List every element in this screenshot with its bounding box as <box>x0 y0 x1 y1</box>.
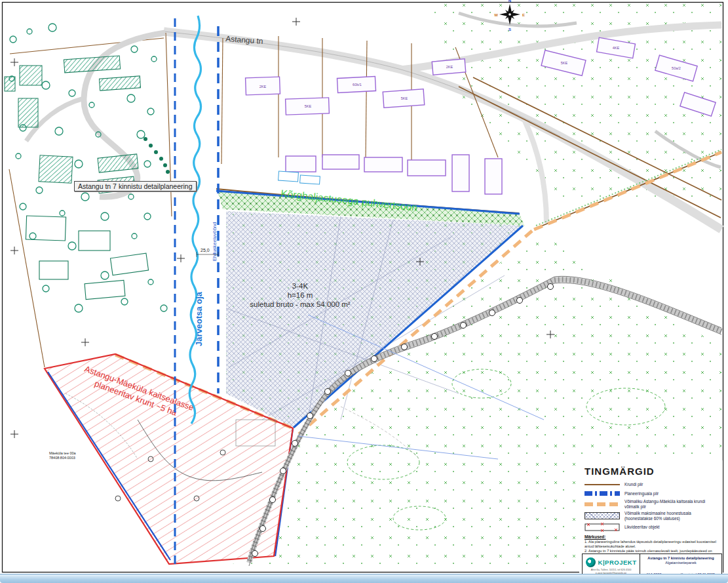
company-name: K|PROJEKT <box>598 559 637 566</box>
buildable-area-swatch <box>584 512 620 519</box>
no-build-zone-label: Ehituskeeluvöönd <box>212 222 218 261</box>
legend-item-label: Krundi piir <box>624 482 643 487</box>
spec-area: suletud bruto - max 54 000 m² <box>250 300 351 308</box>
legend-item-label: Võimaliku Astangu-Mäeküla kaitseala krun… <box>624 499 721 509</box>
legend-item-demolished-object: Likvideeritav objekt <box>584 523 721 532</box>
cadastral-name: Mäeküla tee 00a <box>49 451 77 455</box>
stream-label: Järveotsa oja <box>194 291 204 346</box>
plot-boundary-swatch <box>584 484 620 485</box>
legend-item-buildable-area: Võimalik maksimaalne hoonestusala (hoone… <box>584 511 721 521</box>
compass-s: S <box>508 28 511 31</box>
plan-title-box: Astangu tn 7 kinnistu detailplaneering <box>74 181 197 191</box>
notes-header: Märkused: <box>584 534 719 539</box>
building-label: 5KE <box>305 104 312 108</box>
building-label: 5KE <box>561 61 568 65</box>
spec-height: h=16 m <box>288 291 313 299</box>
project-title: Astangu tn 7 kinnistu detailplaneering <box>644 556 718 561</box>
legend-item-possible-boundary: Võimaliku Astangu-Mäeküla kaitseala krun… <box>584 499 721 509</box>
building-label: 5KE <box>401 96 408 100</box>
legend-title: TINGMÄRGID <box>584 466 721 477</box>
sheet-info-panel: TINGMÄRGID Krundi piir Planeeringuala pi… <box>579 460 723 573</box>
legend-item-plot-boundary: Krundi piir <box>584 481 721 488</box>
legend-item-planning-boundary: Planeeringuala piir <box>584 490 721 497</box>
note-item: 1. Ala planeeringuline lahendus täpsustu… <box>584 540 719 549</box>
building-label: 2KE <box>259 85 267 89</box>
detail-plan-sheet: Kõrghaljastusega puhvertsoon 3-4K h=16 m… <box>0 0 728 583</box>
building-label: 50a/2 <box>672 66 681 70</box>
legend-item-label: Planeeringuala piir <box>624 491 659 496</box>
window-bottom-edge <box>0 574 728 583</box>
cadastral-label: Mäeküla tee 00a 78408:804:0003 <box>49 451 77 460</box>
compass-n: N <box>508 0 511 3</box>
building-label: 2KE <box>446 65 453 69</box>
legend-item-label: Likvideeritav objekt <box>624 525 660 530</box>
compass-e: E <box>522 13 525 17</box>
drawing-title: Algatamisettepanek <box>644 561 718 565</box>
legend-item-label: Võimalik maksimaalne hoonestusala (hoone… <box>624 511 691 521</box>
compass-w: W <box>494 13 498 17</box>
spec-floors: 3-4K <box>292 282 309 290</box>
building-label: 60b/1 <box>353 83 362 87</box>
possible-boundary-swatch <box>584 502 620 506</box>
kprojekt-logo-icon <box>586 557 596 567</box>
demolished-object-swatch <box>584 523 620 532</box>
planning-boundary-swatch <box>584 491 620 496</box>
legend: TINGMÄRGID Krundi piir Planeeringuala pi… <box>584 466 721 534</box>
dimension-label: 25,0 <box>201 248 210 252</box>
cadastral-number: 78408:804:0003 <box>49 456 75 460</box>
building-label: 4KE <box>613 46 620 50</box>
